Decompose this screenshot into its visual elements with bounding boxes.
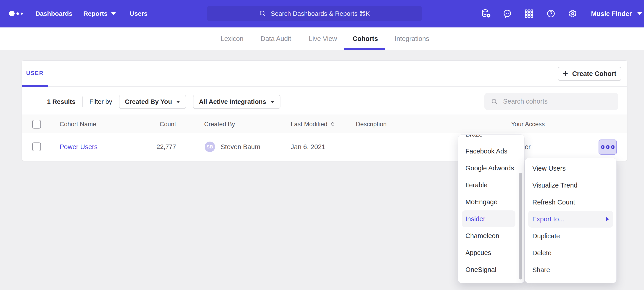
menu-item-onesignal[interactable]: OneSignal: [458, 261, 517, 278]
export-targets-list: Braze Facebook Ads Google Adwords Iterab…: [458, 134, 517, 278]
last-modified-date: Jan 6, 2021: [291, 143, 326, 151]
scrollbar-thumb[interactable]: [519, 173, 522, 279]
menu-item-google-adwords[interactable]: Google Adwords: [458, 160, 517, 177]
sort-icon: [330, 121, 335, 127]
help-icon[interactable]: [546, 8, 556, 19]
menu-item-moengage[interactable]: MoEngage: [458, 194, 517, 210]
create-cohort-label: Create Cohort: [572, 70, 616, 78]
feedback-icon[interactable]: [502, 8, 513, 19]
tab-integrations[interactable]: Integrations: [394, 28, 429, 50]
nav-dashboards[interactable]: Dashboards: [36, 0, 72, 28]
cohort-search: [484, 93, 618, 110]
tab-live-view[interactable]: Live View: [309, 28, 337, 50]
menu-item-delete[interactable]: Delete: [525, 244, 616, 261]
created-by-name: Steven Baum: [220, 143, 260, 151]
tab-user-cohorts[interactable]: USER: [22, 61, 48, 86]
create-cohort-button[interactable]: + Create Cohort: [558, 67, 621, 81]
menu-item-visualize-trend[interactable]: Visualize Trend: [525, 177, 616, 194]
tab-cohorts[interactable]: Cohorts: [352, 28, 378, 50]
column-header-cohort-name[interactable]: Cohort Name: [60, 120, 96, 128]
cohort-count: 22,777: [136, 143, 176, 151]
chevron-down-icon: [638, 12, 642, 15]
search-icon: [491, 98, 498, 105]
select-all-checkbox[interactable]: [32, 120, 41, 128]
cohort-name-link[interactable]: Power Users: [60, 143, 98, 151]
menu-item-export-to[interactable]: Export to...: [528, 211, 613, 228]
export-to-label: Export to...: [532, 215, 564, 223]
created-by-filter-label: Created By You: [125, 98, 172, 105]
divider: [82, 96, 83, 107]
app-logo-icon[interactable]: [9, 11, 23, 16]
logo-dot: [9, 11, 14, 16]
menu-item-share[interactable]: Share: [525, 261, 616, 278]
global-search-placeholder: Search Dashboards & Reports ⌘K: [270, 10, 370, 17]
cohorts-card: USER + Create Cohort 1 Results Filter by…: [22, 60, 627, 161]
apps-grid-icon[interactable]: [524, 8, 534, 19]
column-header-your-access[interactable]: Your Access: [511, 120, 545, 128]
ellipsis-icon: [606, 145, 610, 149]
row-checkbox[interactable]: [32, 142, 41, 151]
active-tab-underline: [344, 48, 385, 50]
chevron-down-icon: [111, 12, 116, 15]
filter-bar: 1 Results Filter by Created By You All A…: [47, 93, 280, 111]
chevron-down-icon: [176, 101, 180, 103]
plus-icon: +: [563, 69, 568, 78]
workspace-name: Music Finder: [591, 10, 632, 18]
logo-dot: [16, 12, 19, 15]
integrations-filter-label: All Active Integrations: [199, 98, 266, 105]
integrations-filter-dropdown[interactable]: All Active Integrations: [193, 95, 280, 109]
menu-item-insider[interactable]: Insider: [462, 210, 516, 227]
logo-dot: [21, 13, 23, 15]
search-icon: [259, 10, 266, 17]
column-header-last-modified[interactable]: Last Modified: [291, 120, 335, 128]
menu-item-duplicate[interactable]: Duplicate: [525, 228, 616, 244]
global-search-input[interactable]: Search Dashboards & Reports ⌘K: [207, 6, 422, 21]
scrollbar-track: [517, 135, 517, 283]
menu-item-chameleon[interactable]: Chameleon: [458, 227, 517, 244]
last-modified-label: Last Modified: [291, 120, 328, 128]
row-actions-list: View Users Visualize Trend Refresh Count…: [525, 160, 616, 278]
table-row: Power Users 22,777 SB Steven Baum Jan 6,…: [22, 133, 627, 161]
nav-reports[interactable]: Reports: [83, 0, 116, 28]
menu-item-iterable[interactable]: Iterable: [458, 177, 517, 194]
results-count: 1 Results: [47, 98, 76, 105]
data-settings-icon[interactable]: [481, 8, 492, 19]
column-header-description[interactable]: Description: [356, 120, 387, 128]
column-header-count[interactable]: Count: [136, 120, 176, 128]
tab-data-audit[interactable]: Data Audit: [260, 28, 291, 50]
nav-reports-label: Reports: [83, 10, 108, 17]
avatar: SB: [204, 141, 215, 152]
section-tabs: Lexicon Data Audit Live View Cohorts Int…: [0, 28, 644, 50]
row-actions-menu: View Users Visualize Trend Refresh Count…: [525, 158, 616, 283]
tab-lexicon[interactable]: Lexicon: [220, 28, 244, 50]
ellipsis-icon: [601, 145, 604, 149]
created-by-filter-dropdown[interactable]: Created By You: [119, 95, 186, 109]
settings-icon[interactable]: [567, 8, 578, 19]
ellipsis-icon: [611, 145, 614, 149]
table-header: Cohort Name Count Created By Last Modifi…: [22, 115, 627, 133]
column-header-created-by[interactable]: Created By: [204, 120, 235, 128]
user-tab-underline: [22, 85, 48, 87]
menu-item-refresh-count[interactable]: Refresh Count: [525, 194, 616, 211]
filter-by-label: Filter by: [90, 98, 112, 105]
cohorts-page: Dashboards Reports Users Search Dashboar…: [0, 0, 644, 290]
chevron-down-icon: [270, 101, 274, 103]
menu-item-facebook-ads[interactable]: Facebook Ads: [458, 143, 517, 160]
cohort-search-input[interactable]: [503, 97, 600, 105]
chevron-right-icon: [606, 217, 609, 222]
nav-users[interactable]: Users: [130, 0, 148, 28]
menu-item-appcues[interactable]: Appcues: [458, 244, 517, 261]
menu-item-braze[interactable]: Braze: [458, 134, 517, 143]
export-targets-menu: Braze Facebook Ads Google Adwords Iterab…: [458, 134, 524, 283]
row-actions-button[interactable]: [598, 139, 617, 155]
top-navbar: Dashboards Reports Users Search Dashboar…: [0, 0, 644, 28]
menu-item-view-users[interactable]: View Users: [525, 160, 616, 177]
divider: [22, 86, 627, 87]
workspace-menu[interactable]: Music Finder: [591, 0, 642, 28]
